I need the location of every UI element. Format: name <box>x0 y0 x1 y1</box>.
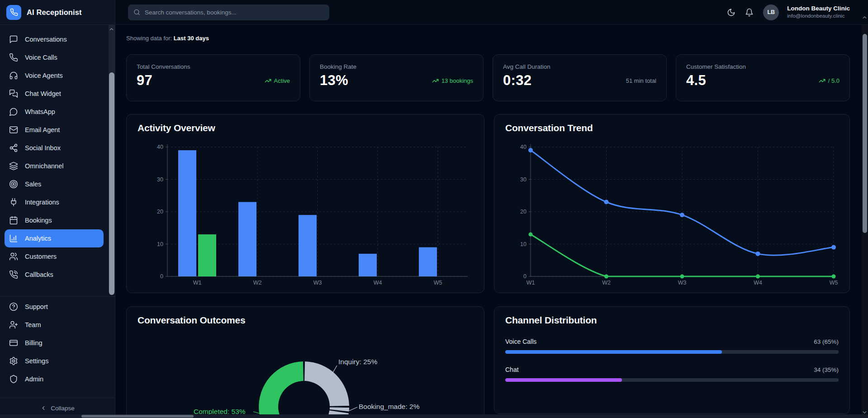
svg-text:10: 10 <box>157 241 163 247</box>
svg-text:W2: W2 <box>253 280 262 286</box>
sidebar-item-team[interactable]: Team <box>5 316 104 334</box>
svg-text:W1: W1 <box>526 280 535 286</box>
sidebar-item-chat-widget[interactable]: Chat Widget <box>5 85 104 103</box>
channel-value: 63 (65%) <box>814 338 839 345</box>
sidebar-item-voice-agents[interactable]: Voice Agents <box>5 66 104 85</box>
channel-progress-track <box>505 350 839 354</box>
svg-text:40: 40 <box>157 144 163 150</box>
chevron-down-icon[interactable] <box>862 409 868 415</box>
stat-label: Avg Call Duration <box>503 63 656 70</box>
sidebar-scrollbar-thumb[interactable] <box>109 72 114 295</box>
phone-callback-icon <box>9 270 18 279</box>
sidebar-item-omnichannel[interactable]: Omnichannel <box>5 157 104 175</box>
sidebar-item-integrations[interactable]: Integrations <box>5 193 104 211</box>
trending-up-icon <box>819 77 825 84</box>
sidebar: AI Receptionist ConversationsVoice Calls… <box>0 0 115 418</box>
sidebar-item-conversations[interactable]: Conversations <box>5 30 104 48</box>
stat-card-3: Customer Satisfaction4.5/ 5.0 <box>676 54 850 101</box>
sidebar-item-sales[interactable]: Sales <box>5 175 104 193</box>
svg-text:W3: W3 <box>313 280 322 286</box>
svg-text:W1: W1 <box>193 280 202 286</box>
sidebar-item-label: Callbacks <box>25 271 53 278</box>
plug-icon <box>9 198 18 207</box>
sidebar-item-analytics[interactable]: Analytics <box>5 229 104 247</box>
svg-text:20: 20 <box>520 209 526 215</box>
chevron-down-icon[interactable] <box>109 284 114 290</box>
channel-distribution-panel: Channel Distribution Voice Calls63 (65%)… <box>494 306 850 414</box>
page-scrollbar-thumb[interactable] <box>863 34 867 233</box>
svg-text:20: 20 <box>157 209 163 215</box>
charts-row: Activity Overview 010203040W1W2W3W4W5 Co… <box>126 114 850 293</box>
app-logo <box>6 5 21 20</box>
svg-text:W4: W4 <box>754 280 762 286</box>
sidebar-item-customers[interactable]: Customers <box>5 247 104 266</box>
sidebar-item-admin[interactable]: Admin <box>5 370 104 388</box>
stat-value: 97 <box>137 72 152 89</box>
chevron-up-icon[interactable] <box>109 26 114 32</box>
date-range-value: Last 30 days <box>174 35 209 42</box>
horizontal-scrollbar-track[interactable] <box>0 414 868 418</box>
help-circle-icon <box>9 302 18 311</box>
search-input[interactable] <box>145 9 324 16</box>
sidebar-item-label: Support <box>25 303 48 310</box>
bar-chart-icon <box>9 234 18 243</box>
sidebar-item-label: Chat Widget <box>25 90 61 97</box>
date-range-prefix: Showing data for: <box>126 35 172 42</box>
search-icon <box>133 9 140 16</box>
panel-title: Conversation Trend <box>505 123 839 133</box>
sidebar-item-billing[interactable]: Billing <box>5 334 104 352</box>
chevron-up-icon[interactable] <box>862 14 868 20</box>
message-square-icon <box>9 35 18 44</box>
theme-toggle-button[interactable] <box>727 8 735 17</box>
svg-text:10: 10 <box>520 241 526 247</box>
svg-text:40: 40 <box>520 144 526 150</box>
sidebar-item-support[interactable]: Support <box>5 298 104 316</box>
stat-label: Customer Satisfaction <box>686 63 840 70</box>
horizontal-scrollbar-thumb[interactable] <box>81 415 194 418</box>
sidebar-item-callbacks[interactable]: Callbacks <box>5 266 104 284</box>
stats-row: Total Conversations97ActiveBooking Rate1… <box>126 54 850 101</box>
sidebar-item-label: Team <box>25 321 41 328</box>
app-title: AI Receptionist <box>27 8 82 17</box>
svg-text:0: 0 <box>160 273 163 280</box>
channel-progress-fill <box>505 378 622 382</box>
sidebar-item-bookings[interactable]: Bookings <box>5 211 104 229</box>
sidebar-item-label: Conversations <box>25 36 67 43</box>
sidebar-item-label: Voice Calls <box>25 54 57 61</box>
chevron-left-icon <box>40 405 47 411</box>
svg-text:W5: W5 <box>830 280 838 286</box>
sidebar-item-email-agent[interactable]: Email Agent <box>5 121 104 139</box>
sidebar-item-voice-calls[interactable]: Voice Calls <box>5 48 104 66</box>
channel-progress-fill <box>505 350 722 354</box>
calendar-icon <box>9 216 18 225</box>
trending-up-icon <box>265 77 271 84</box>
svg-text:Inquiry: 25%: Inquiry: 25% <box>338 358 377 366</box>
channel-row-0: Voice Calls63 (65%) <box>505 338 839 354</box>
sidebar-item-label: Integrations <box>25 199 59 206</box>
sidebar-item-label: Admin <box>25 375 43 383</box>
svg-text:W3: W3 <box>678 280 687 286</box>
stat-card-2: Avg Call Duration0:3251 min total <box>493 54 667 101</box>
sidebar-item-label: WhatsApp <box>25 108 55 115</box>
panel-title: Channel Distribution <box>505 315 839 326</box>
conversation-trend-panel: Conversation Trend 010203040W1W2W3W4W5 <box>494 114 850 293</box>
sidebar-nav: ConversationsVoice CallsVoice AgentsChat… <box>0 25 115 284</box>
credit-card-icon <box>9 338 18 347</box>
channel-value: 34 (35%) <box>814 366 839 373</box>
user-plus-icon <box>9 320 18 329</box>
page-scrollbar-track[interactable] <box>862 25 868 414</box>
sidebar-item-settings[interactable]: Settings <box>5 352 104 370</box>
sidebar-item-label: Voice Agents <box>25 72 63 79</box>
stat-value: 4.5 <box>686 72 706 89</box>
activity-overview-panel: Activity Overview 010203040W1W2W3W4W5 <box>126 114 484 293</box>
user-email: info@londonbeauty.clinic <box>787 13 850 19</box>
avatar[interactable]: LB <box>763 5 779 20</box>
notifications-button[interactable] <box>745 8 754 17</box>
search-box[interactable] <box>128 5 329 20</box>
sidebar-item-whatsapp[interactable]: WhatsApp <box>5 103 104 121</box>
main-content: Showing data for: Last 30 days Total Con… <box>115 25 868 418</box>
date-range-indicator: Showing data for: Last 30 days <box>126 35 850 42</box>
sidebar-scrollbar-track[interactable] <box>109 25 115 292</box>
message-circle-icon <box>9 107 18 116</box>
sidebar-item-social-inbox[interactable]: Social Inbox <box>5 139 104 157</box>
